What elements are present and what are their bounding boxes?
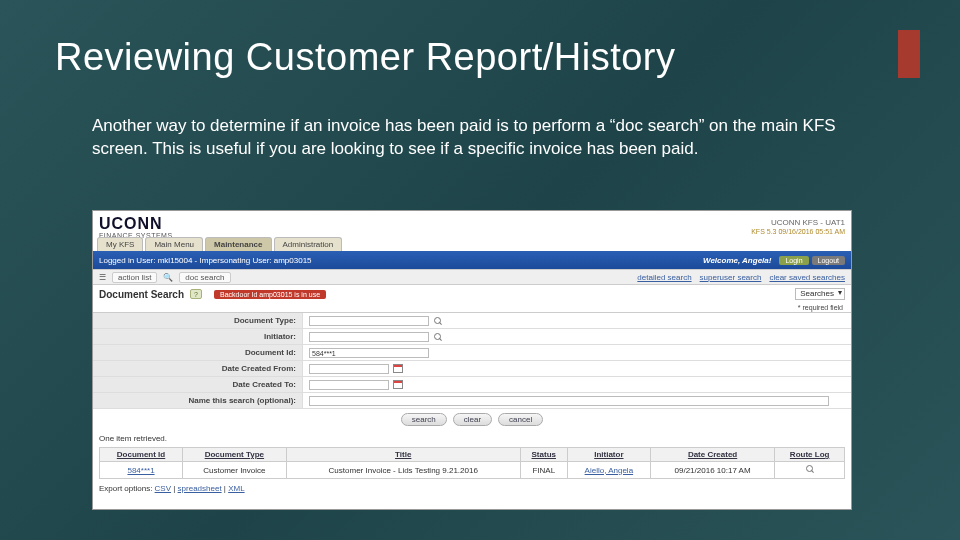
col-document-type[interactable]: Document Type	[183, 448, 287, 462]
doc-search-heading-row: Document Search ? Backdoor Id amp03015 i…	[93, 285, 851, 303]
results-count-note: One item retrieved.	[93, 432, 851, 445]
input-date-from[interactable]	[309, 364, 389, 374]
backdoor-badge: Backdoor Id amp03015 is in use	[214, 290, 326, 299]
lookup-document-type-icon[interactable]	[433, 316, 443, 326]
form-action-buttons: search clear cancel	[93, 409, 851, 432]
help-icon[interactable]: ?	[190, 289, 202, 299]
clear-saved-searches-link[interactable]: clear saved searches	[769, 273, 845, 282]
label-date-to: Date Created To:	[93, 377, 303, 392]
export-xml-link[interactable]: XML	[228, 484, 244, 493]
cell-initiator-link[interactable]: Aiello, Angela	[585, 466, 633, 475]
calendar-from-icon[interactable]	[393, 364, 403, 373]
tab-my-kfs[interactable]: My KFS	[97, 237, 143, 251]
logout-button[interactable]: Logout	[812, 256, 845, 265]
doc-search-title: Document Search	[99, 289, 184, 300]
label-name-search: Name this search (optional):	[93, 393, 303, 408]
main-tab-bar: My KFS Main Menu Maintenance Administrat…	[93, 237, 851, 251]
export-options: Export options: CSV | spreadsheet | XML	[93, 481, 851, 496]
col-route-log[interactable]: Route Log	[775, 448, 845, 462]
tab-administration[interactable]: Administration	[274, 237, 343, 251]
slide-accent-bar	[898, 30, 920, 78]
cell-date-created: 09/21/2016 10:17 AM	[650, 462, 774, 479]
input-date-to[interactable]	[309, 380, 389, 390]
welcome-text: Welcome, Angela!	[703, 256, 771, 265]
required-field-note: * required field	[93, 303, 851, 312]
brand-row: UCONN FINANCE SYSTEMS UCONN KFS - UAT1 K…	[93, 211, 851, 239]
environment-timestamp: KFS 5.3 09/16/2016 05:51 AM	[751, 228, 845, 236]
login-button[interactable]: Login	[779, 256, 808, 265]
cell-document-type: Customer Invoice	[183, 462, 287, 479]
label-date-from: Date Created From:	[93, 361, 303, 376]
cancel-button[interactable]: cancel	[498, 413, 543, 426]
environment-label: UCONN KFS - UAT1	[751, 219, 845, 228]
export-prefix: Export options:	[99, 484, 155, 493]
doc-search-link[interactable]: doc search	[179, 272, 230, 283]
input-document-id[interactable]: 584***1	[309, 348, 429, 358]
table-row: 584***1 Customer Invoice Customer Invoic…	[100, 462, 845, 479]
input-initiator[interactable]	[309, 332, 429, 342]
label-initiator: Initiator:	[93, 329, 303, 344]
col-initiator[interactable]: Initiator	[567, 448, 650, 462]
search-button[interactable]: search	[401, 413, 447, 426]
user-banner: Logged in User: mkl15004 - Impersonating…	[93, 251, 851, 269]
lookup-initiator-icon[interactable]	[433, 332, 443, 342]
action-list-icon: ☰	[99, 273, 106, 282]
detailed-search-link[interactable]: detailed search	[637, 273, 691, 282]
kfs-screenshot: UCONN FINANCE SYSTEMS UCONN KFS - UAT1 K…	[92, 210, 852, 510]
tab-maintenance[interactable]: Maintenance	[205, 237, 271, 251]
search-form: Document Type: Initiator: Document Id: 5…	[93, 312, 851, 432]
calendar-to-icon[interactable]	[393, 380, 403, 389]
superuser-search-link[interactable]: superuser search	[700, 273, 762, 282]
cell-route-log[interactable]	[775, 462, 845, 479]
clear-button[interactable]: clear	[453, 413, 492, 426]
saved-searches-select[interactable]: Searches	[795, 288, 845, 300]
col-date-created[interactable]: Date Created	[650, 448, 774, 462]
doc-search-icon: 🔍	[163, 273, 173, 282]
action-list-link[interactable]: action list	[112, 272, 157, 283]
slide-title: Reviewing Customer Report/History	[55, 36, 675, 79]
col-document-id[interactable]: Document Id	[100, 448, 183, 462]
logged-in-user-text: Logged in User: mkl15004 - Impersonating…	[99, 256, 312, 265]
export-csv-link[interactable]: CSV	[155, 484, 171, 493]
label-document-id: Document Id:	[93, 345, 303, 360]
slide-body-text: Another way to determine if an invoice h…	[92, 115, 852, 161]
export-spreadsheet-link[interactable]: spreadsheet	[178, 484, 222, 493]
input-document-type[interactable]	[309, 316, 429, 326]
cell-title: Customer Invoice - Lids Testing 9.21.201…	[286, 462, 520, 479]
brand-name: UCONN	[99, 216, 173, 232]
col-status[interactable]: Status	[520, 448, 567, 462]
input-name-search[interactable]	[309, 396, 829, 406]
results-table: Document Id Document Type Title Status I…	[99, 447, 845, 479]
route-log-icon[interactable]	[805, 464, 815, 474]
label-document-type: Document Type:	[93, 313, 303, 328]
cell-status: FINAL	[520, 462, 567, 479]
cell-document-id-link[interactable]: 584***1	[127, 466, 154, 475]
col-title[interactable]: Title	[286, 448, 520, 462]
tab-main-menu[interactable]: Main Menu	[145, 237, 203, 251]
action-strip: ☰ action list 🔍 doc search detailed sear…	[93, 269, 851, 285]
